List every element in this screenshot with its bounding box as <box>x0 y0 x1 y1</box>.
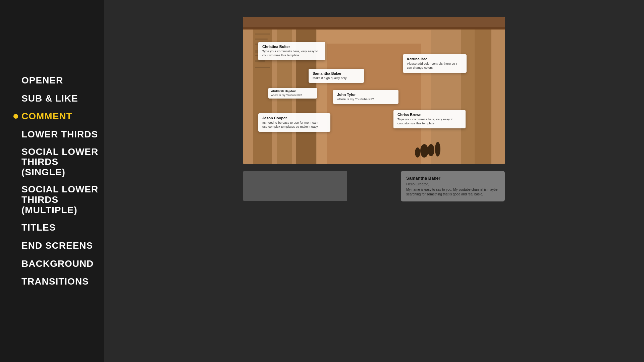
comment-bubble-1: Christina Bulter Type your commnets here… <box>258 42 325 60</box>
svg-rect-19 <box>243 17 505 28</box>
sidebar-item-background[interactable]: BACKGROUND <box>13 256 104 272</box>
sidebar-item-social-multiple[interactable]: SOCIAL LOWER THIRDS (MULTIPLE) <box>13 182 104 217</box>
sidebar: OPENER SUB & LIKE COMMENT LOWER THIRDS S… <box>0 0 104 362</box>
svg-point-8 <box>420 144 428 158</box>
svg-rect-12 <box>255 34 270 35</box>
svg-rect-17 <box>255 60 265 62</box>
preview-background: Christina Bulter Type your commnets here… <box>243 17 505 164</box>
sidebar-item-transitions[interactable]: TRANSITIONS <box>13 274 104 289</box>
sidebar-item-opener[interactable]: OPENER <box>13 73 104 88</box>
thumbnail-placeholder <box>243 171 347 201</box>
comment-bubble-3: Abdlarak Hajidov where is my Yourtube Ki… <box>268 88 317 99</box>
svg-rect-13 <box>255 39 268 40</box>
svg-rect-20 <box>243 27 505 29</box>
svg-point-11 <box>435 142 440 157</box>
sidebar-item-lower-thirds[interactable]: LOWER THIRDS <box>13 127 104 142</box>
svg-point-10 <box>428 144 434 156</box>
sidebar-item-titles[interactable]: TITLES <box>13 220 104 235</box>
active-bullet <box>13 114 18 119</box>
svg-rect-5 <box>461 23 475 164</box>
sidebar-item-social-single[interactable]: SOCIAL LOWER THIRDS (SINGLE) <box>13 145 104 180</box>
comment-bubble-6: Jason Cooper Its need to be easy to use … <box>258 113 330 132</box>
sidebar-item-comment[interactable]: COMMENT <box>13 109 104 124</box>
sidebar-item-end-screens[interactable]: END SCREENS <box>13 238 104 253</box>
main-content: Christina Bulter Type your commnets here… <box>104 0 644 362</box>
comment-bubble-2: Samantha Baker Make it high quality only <box>309 69 364 83</box>
comment-bubble-7: Chriss Brown Type your commnets here, ve… <box>393 110 466 128</box>
comment-bubble-4: John Tylor where is my Yourtube Kit? <box>333 90 398 104</box>
svg-rect-18 <box>255 67 270 68</box>
comment-bubble-5: Katrina Bae Please add color controls th… <box>403 54 467 73</box>
bottom-row: Samantha Baker Hello Creator, My name is… <box>243 171 505 201</box>
sidebar-item-sub-like[interactable]: SUB & LIKE <box>13 91 104 106</box>
svg-point-9 <box>415 147 420 158</box>
large-comment-card: Samantha Baker Hello Creator, My name is… <box>401 171 505 201</box>
preview-container: Christina Bulter Type your commnets here… <box>243 17 505 164</box>
